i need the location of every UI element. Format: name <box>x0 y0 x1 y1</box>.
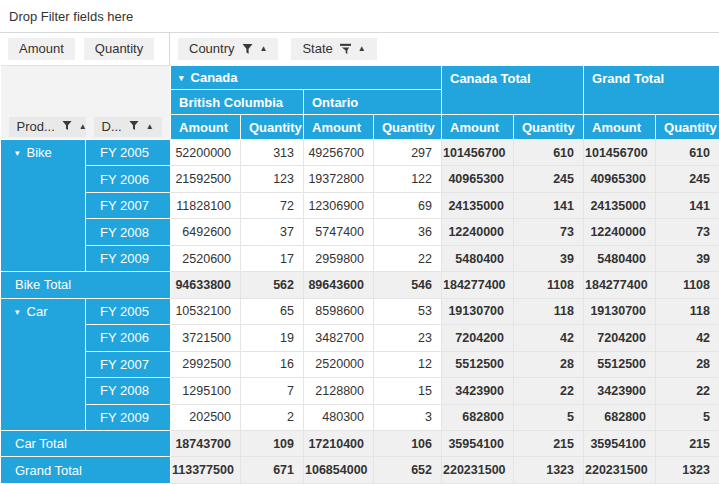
row-header-product[interactable]: ▾Bike <box>1 140 86 272</box>
value-cell: 2 <box>241 404 304 430</box>
value-cell: 40965300 <box>584 166 656 192</box>
value-cell: 19372800 <box>304 166 374 192</box>
field-button-product-label: Prod... <box>17 119 55 135</box>
row-field-product-cell: Prod... ▲ <box>1 115 86 140</box>
filter-drop-label: Drop Filter fields here <box>9 9 133 24</box>
value-cell: 89643600 <box>304 272 374 298</box>
value-cell: 35954100 <box>442 430 514 456</box>
filter-icon[interactable] <box>61 119 73 135</box>
value-cell: 21592500 <box>171 166 241 192</box>
column-header-grand-total: Grand Total <box>584 66 719 115</box>
value-cell: 3423900 <box>584 378 656 404</box>
sort-ascending-icon[interactable]: ▲ <box>260 44 268 54</box>
row-header-year: FY 2009 <box>86 404 171 430</box>
value-cell: 8598600 <box>304 298 374 324</box>
row-header-year: FY 2006 <box>86 166 171 192</box>
field-button-state[interactable]: State ▲ <box>291 38 376 60</box>
value-cell: 2959800 <box>304 245 374 271</box>
value-cell: 141 <box>514 192 584 218</box>
field-button-date[interactable]: D... ▲ <box>94 117 162 137</box>
values-drop-area[interactable]: Amount Quantity <box>0 33 170 65</box>
collapse-icon[interactable]: ▾ <box>15 148 20 158</box>
value-cell: 52200000 <box>171 140 241 166</box>
value-cell: 11828100 <box>171 192 241 218</box>
column-header-canada-label: Canada <box>191 70 238 85</box>
measure-header-amount: Amount <box>304 115 374 140</box>
field-button-amount[interactable]: Amount <box>8 38 75 60</box>
value-cell: 16 <box>241 351 304 377</box>
value-cell: 313 <box>241 140 304 166</box>
value-cell: 19 <box>241 325 304 351</box>
collapse-icon[interactable]: ▾ <box>15 307 20 317</box>
row-field-date-cell: D... ▲ <box>86 115 171 140</box>
value-cell: 5512500 <box>442 351 514 377</box>
filter-icon[interactable] <box>128 119 140 135</box>
value-cell: 101456700 <box>584 140 656 166</box>
value-cell: 122 <box>374 166 442 192</box>
collapse-icon[interactable]: ▾ <box>179 73 184 83</box>
field-button-amount-label: Amount <box>19 41 64 57</box>
value-cell: 23 <box>374 325 442 351</box>
value-cell: 682800 <box>442 404 514 430</box>
value-cell: 3721500 <box>171 325 241 351</box>
measure-header-amount: Amount <box>442 115 514 140</box>
sort-ascending-icon[interactable]: ▲ <box>79 122 86 132</box>
value-cell: 24135000 <box>442 192 514 218</box>
value-cell: 19130700 <box>584 298 656 324</box>
value-cell: 101456700 <box>442 140 514 166</box>
corner-area <box>1 66 171 115</box>
value-cell: 22 <box>374 245 442 271</box>
row-header-year: FY 2007 <box>86 351 171 377</box>
value-cell: 106854000 <box>304 457 374 484</box>
value-cell: 49256700 <box>304 140 374 166</box>
filter-drop-area[interactable]: Drop Filter fields here <box>0 0 719 33</box>
sort-ascending-icon[interactable]: ▲ <box>358 44 366 54</box>
value-cell: 3482700 <box>304 325 374 351</box>
filter-icon[interactable] <box>241 43 254 55</box>
value-cell: 610 <box>514 140 584 166</box>
row-header-product[interactable]: ▾Car <box>1 298 86 430</box>
value-cell: 1323 <box>656 457 719 484</box>
measure-header-amount: Amount <box>171 115 241 140</box>
value-cell: 118 <box>514 298 584 324</box>
field-button-country[interactable]: Country ▲ <box>178 38 278 60</box>
value-cell: 65 <box>241 298 304 324</box>
value-cell: 39 <box>656 245 719 271</box>
grid-body: ▾BikeFY 20055220000031349256700297101456… <box>1 140 719 484</box>
value-cell: 5480400 <box>584 245 656 271</box>
sort-ascending-icon[interactable]: ▲ <box>146 122 154 132</box>
column-header-canada[interactable]: ▾Canada <box>171 66 442 90</box>
value-cell: 7 <box>241 378 304 404</box>
row-header-total: Car Total <box>1 430 171 456</box>
value-cell: 5 <box>514 404 584 430</box>
value-cell: 12240000 <box>442 219 514 245</box>
columns-drop-area[interactable]: Country ▲ State ▲ <box>170 33 719 65</box>
value-cell: 24135000 <box>584 192 656 218</box>
row-header-total: Bike Total <box>1 272 171 298</box>
column-header-ontario: Ontario <box>304 90 442 115</box>
value-cell: 73 <box>514 219 584 245</box>
value-cell: 42 <box>514 325 584 351</box>
value-cell: 297 <box>374 140 442 166</box>
value-cell: 202500 <box>171 404 241 430</box>
value-cell: 28 <box>656 351 719 377</box>
value-cell: 5 <box>656 404 719 430</box>
value-cell: 123 <box>241 166 304 192</box>
value-cell: 36 <box>374 219 442 245</box>
value-cell: 53 <box>374 298 442 324</box>
value-cell: 1295100 <box>171 378 241 404</box>
row-header-year: FY 2008 <box>86 378 171 404</box>
row-header-year: FY 2005 <box>86 140 171 166</box>
filter-applied-icon[interactable] <box>339 43 352 55</box>
field-button-quantity[interactable]: Quantity <box>84 38 154 60</box>
field-button-product[interactable]: Prod... ▲ <box>9 117 86 137</box>
value-cell: 184277400 <box>584 272 656 298</box>
row-header-year: FY 2007 <box>86 192 171 218</box>
value-cell: 3423900 <box>442 378 514 404</box>
row-header-total: Grand Total <box>1 457 171 484</box>
column-header-canada-total: Canada Total <box>442 66 584 115</box>
value-cell: 118 <box>656 298 719 324</box>
value-cell: 12306900 <box>304 192 374 218</box>
pivot-table: ▾Canada Canada Total Grand Total British… <box>0 65 719 484</box>
value-cell: 22 <box>656 378 719 404</box>
